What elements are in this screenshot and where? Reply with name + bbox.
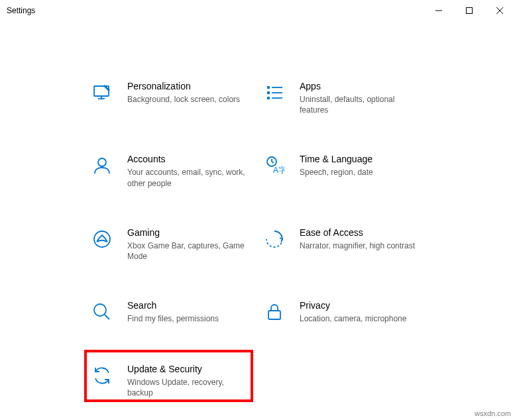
tile-desc: Find my files, permissions bbox=[127, 313, 249, 324]
tile-update-security[interactable]: Update & Security Windows Update, recove… bbox=[86, 357, 252, 403]
tile-text: Accounts Your accounts, email, sync, wor… bbox=[127, 152, 249, 188]
titlebar: Settings bbox=[0, 0, 515, 21]
svg-point-13 bbox=[98, 158, 106, 166]
svg-point-19 bbox=[94, 304, 106, 316]
tile-text: Personalization Background, lock screen,… bbox=[127, 79, 249, 105]
update-security-icon bbox=[89, 362, 115, 389]
tile-search[interactable]: Search Find my files, permissions bbox=[86, 293, 252, 331]
tile-title: Ease of Access bbox=[300, 227, 422, 238]
tile-ease-of-access[interactable]: Ease of Access Narrator, magnifier, high… bbox=[258, 221, 424, 267]
time-language-icon: A字 bbox=[261, 152, 288, 179]
tile-text: Search Find my files, permissions bbox=[127, 299, 249, 324]
tile-apps[interactable]: Apps Uninstall, defaults, optional featu… bbox=[258, 74, 424, 121]
svg-rect-21 bbox=[268, 311, 280, 319]
tile-personalization[interactable]: Personalization Background, lock screen,… bbox=[86, 74, 252, 121]
tile-title: Privacy bbox=[300, 300, 422, 311]
tile-desc: Location, camera, microphone bbox=[300, 313, 422, 324]
tile-title: Gaming bbox=[127, 227, 249, 238]
svg-rect-9 bbox=[267, 97, 270, 99]
svg-text:A字: A字 bbox=[273, 166, 285, 175]
tile-text: Apps Uninstall, defaults, optional featu… bbox=[300, 79, 422, 115]
tile-text: Update & Security Windows Update, recove… bbox=[127, 362, 249, 398]
tile-privacy[interactable]: Privacy Location, camera, microphone bbox=[258, 293, 424, 331]
privacy-icon bbox=[261, 299, 288, 325]
svg-rect-1 bbox=[467, 8, 473, 14]
tile-desc: Xbox Game Bar, captures, Game Mode bbox=[127, 240, 249, 262]
svg-rect-8 bbox=[267, 91, 270, 94]
svg-rect-7 bbox=[267, 86, 270, 89]
gaming-icon bbox=[89, 226, 115, 252]
tile-desc: Your accounts, email, sync, work, other … bbox=[127, 167, 249, 188]
tile-title: Apps bbox=[300, 81, 422, 91]
ease-of-access-icon bbox=[261, 226, 288, 252]
tile-desc: Background, lock screen, colors bbox=[127, 94, 249, 105]
tile-desc: Windows Update, recovery, backup bbox=[127, 377, 249, 398]
settings-grid: Personalization Background, lock screen,… bbox=[86, 21, 457, 404]
svg-point-18 bbox=[94, 231, 110, 247]
tile-text: Privacy Location, camera, microphone bbox=[300, 299, 422, 324]
window-controls bbox=[424, 0, 515, 21]
tile-desc: Narrator, magnifier, high contrast bbox=[300, 240, 422, 251]
maximize-button[interactable] bbox=[454, 0, 485, 21]
tile-title: Personalization bbox=[127, 81, 249, 91]
apps-icon bbox=[261, 79, 288, 106]
close-button[interactable] bbox=[485, 0, 515, 21]
tile-text: Ease of Access Narrator, magnifier, high… bbox=[300, 226, 422, 251]
accounts-icon bbox=[89, 152, 115, 179]
tile-desc: Uninstall, defaults, optional features bbox=[300, 94, 422, 115]
tile-title: Search bbox=[127, 300, 249, 311]
tile-gaming[interactable]: Gaming Xbox Game Bar, captures, Game Mod… bbox=[86, 221, 252, 267]
tile-text: Gaming Xbox Game Bar, captures, Game Mod… bbox=[127, 226, 249, 262]
minimize-button[interactable] bbox=[424, 0, 454, 21]
tile-text: Time & Language Speech, region, date bbox=[300, 152, 422, 178]
tile-time-language[interactable]: A字 Time & Language Speech, region, date bbox=[258, 147, 424, 193]
tile-title: Update & Security bbox=[127, 364, 249, 374]
tile-desc: Speech, region, date bbox=[300, 167, 422, 178]
tile-title: Accounts bbox=[127, 154, 249, 164]
tile-title: Time & Language bbox=[300, 154, 422, 164]
personalization-icon bbox=[89, 79, 115, 106]
window-title: Settings bbox=[7, 6, 424, 15]
svg-line-16 bbox=[272, 162, 274, 163]
svg-line-20 bbox=[105, 315, 109, 319]
search-icon bbox=[89, 299, 115, 325]
watermark: wsxdn.com bbox=[475, 409, 511, 417]
tile-accounts[interactable]: Accounts Your accounts, email, sync, wor… bbox=[86, 147, 252, 193]
